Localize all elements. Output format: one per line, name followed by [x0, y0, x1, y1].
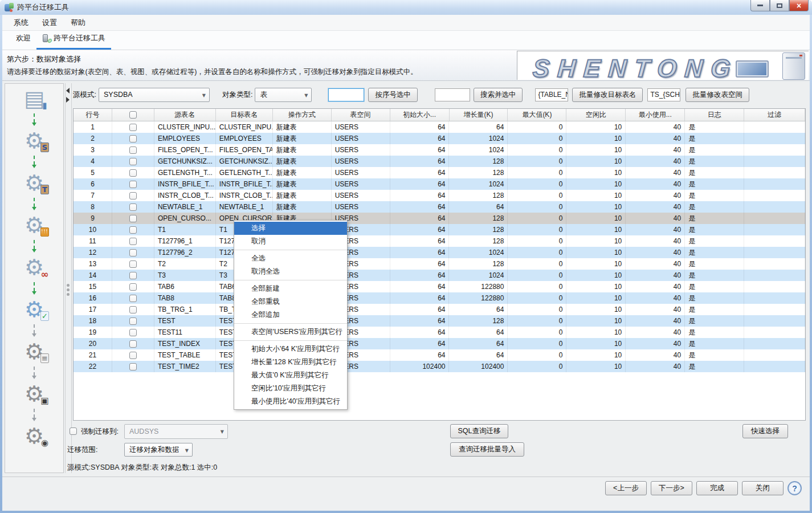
row-checkbox[interactable]	[129, 181, 137, 188]
context-menu-item[interactable]: 空闲比'10'应用到其它行	[234, 382, 347, 395]
table-row[interactable]: 21TEST_TABLETEST_TABLE新建表USERS646401040是	[74, 349, 805, 361]
table-row[interactable]: 10T1T1新建表USERS6412801040是	[74, 224, 805, 235]
batch-rename-target-button[interactable]: 批量修改目标表名	[572, 88, 643, 102]
help-button[interactable]: ?	[787, 481, 802, 495]
table-row[interactable]: 16TAB8TAB8新建表USERS6412288001040是	[74, 292, 805, 304]
migrate-scope-select[interactable]: 迁移对象和数据 ▼	[124, 443, 193, 457]
tab-migration-tool[interactable]: ⚙跨平台迁移工具	[36, 30, 111, 50]
row-checkbox[interactable]	[129, 203, 137, 211]
table-row[interactable]: 9OPEN_CURSO...OPEN_CURSOR...新建表USERS6412…	[74, 213, 805, 224]
row-checkbox[interactable]	[129, 215, 137, 222]
menu-item[interactable]: 设置	[35, 15, 64, 30]
row-checkbox[interactable]	[129, 363, 137, 370]
row-checkbox[interactable]	[129, 306, 137, 314]
link-gear-icon[interactable]: ⚙∞	[21, 255, 47, 280]
search-input[interactable]	[435, 88, 470, 101]
sequence-number-input[interactable]	[328, 88, 364, 101]
context-menu-item[interactable]: 最大值'0 K'应用到其它行	[234, 369, 347, 382]
object-select-gear-icon[interactable]: ⚙✓	[21, 297, 47, 322]
column-header[interactable]: 初始大小...	[390, 109, 450, 121]
expand-right-icon[interactable]	[66, 97, 70, 103]
table-gear-icon[interactable]: ⚙T	[21, 170, 47, 196]
execute-gear-icon[interactable]: ⚙▣	[21, 381, 47, 406]
context-menu-item[interactable]: 全部新建	[234, 282, 347, 295]
column-header[interactable]: 行号	[74, 109, 112, 121]
sql-query-migrate-button[interactable]: SQL查询迁移	[450, 424, 508, 438]
previous-step-button[interactable]: <上一步	[605, 481, 647, 495]
table-row[interactable]: 7INSTR_CLOB_T...INSTR_CLOB_T...新建表USERS6…	[74, 190, 805, 201]
context-menu-item[interactable]: 取消全选	[234, 265, 347, 278]
row-checkbox[interactable]	[129, 192, 137, 199]
table-row[interactable]: 13T2T2新建表USERS6412801040是	[74, 258, 805, 270]
force-migrate-checkbox[interactable]	[70, 427, 77, 435]
row-checkbox[interactable]	[129, 226, 137, 234]
table-row[interactable]: 15TAB6TAB6新建表USERS6412288001040是	[74, 281, 805, 292]
table-row[interactable]: 19TEST11TEST11新建表USERS646401040是	[74, 327, 805, 338]
row-checkbox[interactable]	[129, 238, 137, 245]
query-migrate-batch-import-button[interactable]: 查询迁移批量导入	[450, 442, 524, 457]
column-header[interactable]: 最小使用...	[626, 109, 685, 121]
batch-tablespace-button[interactable]: 批量修改表空间	[685, 88, 749, 102]
source-schema-select[interactable]: SYSDBA ▼	[99, 88, 210, 102]
table-row[interactable]: 11T127796_1T127796_1新建表USERS6412801040是	[74, 235, 805, 247]
row-checkbox[interactable]	[129, 146, 137, 154]
force-target-select[interactable]: AUDSYS ▼	[124, 424, 228, 439]
select-all-header-cell[interactable]	[112, 109, 154, 121]
context-menu-item[interactable]: 全部追加	[234, 308, 347, 321]
column-header[interactable]: 表空间	[332, 109, 390, 121]
row-checkbox[interactable]	[129, 135, 137, 142]
table-row[interactable]: 20TEST_INDEXTEST_INDEX新建表USERS646401040是	[74, 338, 805, 349]
column-header[interactable]: 增长量(K)	[450, 109, 508, 121]
table-row[interactable]: 18TESTTEST新建表USERS6412801040是	[74, 315, 805, 327]
row-checkbox[interactable]	[129, 329, 137, 336]
context-menu-item[interactable]: 最小使用比'40'应用到其它行	[234, 395, 347, 408]
context-menu-item[interactable]: 增长量'128 K'应用到其它行	[234, 356, 347, 369]
menu-item[interactable]: 帮助	[64, 15, 92, 30]
row-checkbox[interactable]	[129, 158, 137, 165]
rename-pattern-input[interactable]: {TABLE_N	[535, 88, 568, 101]
close-button[interactable]: ×	[789, 0, 809, 11]
preview-gear-icon[interactable]: ⚙◉	[21, 424, 47, 449]
splitter-grip[interactable]	[67, 284, 70, 296]
tab-welcome[interactable]: 欢迎	[10, 30, 36, 50]
column-header[interactable]: 目标表名	[216, 109, 273, 121]
data-gear-icon[interactable]: ⚙!!!	[21, 213, 47, 238]
migration-plan-icon[interactable]: ▤▮	[21, 86, 47, 111]
row-checkbox[interactable]	[129, 352, 137, 359]
splitter[interactable]	[65, 83, 72, 473]
next-step-button[interactable]: 下一步>	[651, 481, 692, 495]
maximize-button[interactable]	[770, 0, 789, 11]
table-row[interactable]: 3FILES_OPEN_T...FILES_OPEN_TA...新建表USERS…	[74, 144, 805, 156]
finish-button[interactable]: 完成	[696, 481, 738, 495]
schema-gear-icon[interactable]: ⚙S	[21, 128, 47, 153]
table-row[interactable]: 6INSTR_BFILE_T...INSTR_BFILE_T...新建表USER…	[74, 178, 805, 190]
summary-gear-icon[interactable]: ⚙≡	[21, 339, 47, 364]
table-row[interactable]: 1CLUSTER_INPU...CLUSTER_INPU...新建表USERS6…	[74, 121, 805, 133]
close-wizard-button[interactable]: 关闭	[742, 481, 784, 495]
row-checkbox[interactable]	[129, 124, 137, 131]
context-menu-item[interactable]: 选择	[234, 222, 347, 235]
context-menu-item[interactable]: 全部重载	[234, 295, 347, 308]
table-row[interactable]: 22TEST_TIME2TEST_TIME2新建表USERS1024001024…	[74, 361, 805, 372]
column-header[interactable]: 最大值(K)	[508, 109, 566, 121]
context-menu-item[interactable]: 表空间'USERS'应用到其它行	[234, 325, 347, 339]
menu-item[interactable]: 系统	[7, 15, 35, 30]
table-row[interactable]: 2EMPLOYEESEMPLOYEES新建表USERS64102401040是	[74, 133, 805, 144]
column-header[interactable]: 操作方式	[273, 109, 332, 121]
column-header[interactable]: 日志	[685, 109, 744, 121]
table-row[interactable]: 4GETCHUNKSIZ...GETCHUNKSIZ...新建表USERS641…	[74, 156, 805, 167]
column-header[interactable]: 空闲比	[566, 109, 626, 121]
select-by-sequence-button[interactable]: 按序号选中	[368, 88, 418, 102]
table-row[interactable]: 8NEWTABLE_1NEWTABLE_1新建表USERS646401040是	[74, 201, 805, 213]
collapse-left-icon[interactable]	[66, 88, 70, 93]
row-checkbox[interactable]	[129, 283, 137, 291]
table-row[interactable]: 12T127796_2T127796_2新建表USERS64102401040是	[74, 247, 805, 258]
quick-select-button[interactable]: 快速选择	[742, 424, 788, 438]
search-and-select-button[interactable]: 搜索并选中	[474, 88, 523, 102]
context-menu-item[interactable]: 全选	[234, 252, 347, 265]
row-checkbox[interactable]	[129, 249, 137, 256]
object-type-select[interactable]: 表 ▼	[255, 88, 312, 102]
table-row[interactable]: 5GETLENGTH_T...GETLENGTH_T...新建表USERS641…	[74, 167, 805, 178]
context-menu-item[interactable]: 取消	[234, 235, 347, 248]
table-row[interactable]: 14T3T3新建表USERS64102401040是	[74, 270, 805, 281]
